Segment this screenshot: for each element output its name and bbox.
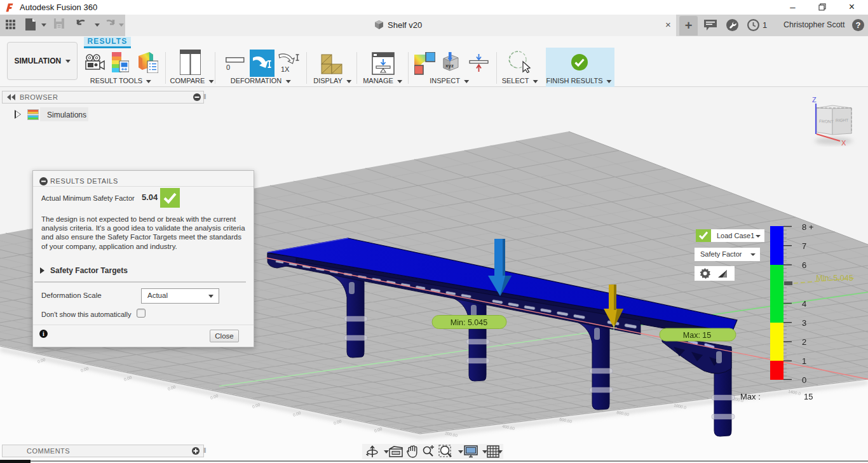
svg-text:8 +: 8 +: [802, 222, 813, 232]
svg-text:0: 0: [226, 64, 230, 71]
svg-text:xyz: xyz: [445, 63, 454, 69]
svg-text:7: 7: [802, 241, 806, 251]
svg-text:FRONT: FRONT: [819, 119, 834, 124]
svg-text:Min: 5.045: Min: 5.045: [816, 274, 853, 283]
svg-text:X: X: [841, 139, 846, 147]
svg-text:2: 2: [802, 337, 806, 347]
svg-text:Z: Z: [812, 96, 817, 104]
svg-text:RIGHT: RIGHT: [836, 117, 848, 123]
svg-text:6: 6: [802, 260, 806, 270]
svg-text:Max: 15: Max: 15: [683, 331, 712, 340]
svg-text:4: 4: [802, 299, 806, 309]
svg-text:Min: 5.045: Min: 5.045: [451, 318, 487, 327]
svg-text:Max :: Max :: [740, 392, 761, 401]
svg-text:?: ?: [856, 20, 861, 30]
svg-text:3: 3: [802, 318, 806, 328]
svg-text:1X: 1X: [281, 65, 290, 73]
svg-text:15: 15: [804, 392, 813, 401]
svg-text:1: 1: [802, 356, 806, 366]
svg-text:0: 0: [802, 375, 806, 385]
